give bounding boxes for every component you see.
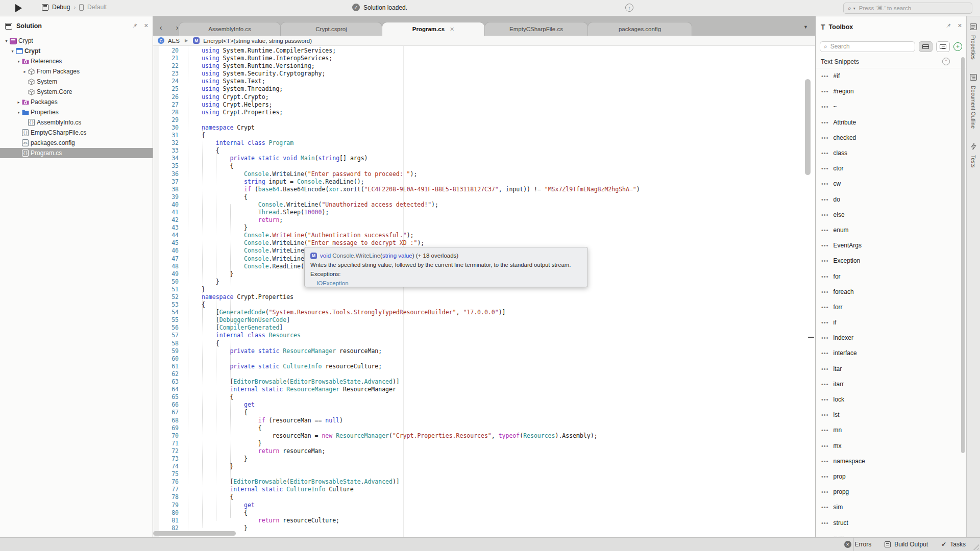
tree-item-from-packages[interactable]: ▸From Packages [0, 66, 153, 77]
tree-item-crypt[interactable]: ▾Crypt [0, 46, 153, 56]
code-line[interactable]: 60 [153, 355, 815, 363]
chevron-right-icon[interactable]: ▸ [21, 69, 28, 74]
code-line[interactable]: 70 resourceMan = new ResourceManager("Cr… [153, 432, 815, 440]
close-icon[interactable]: ✕ [144, 22, 149, 29]
resize-grip[interactable] [972, 543, 979, 550]
tree-item-system[interactable]: System [0, 77, 153, 87]
code-line[interactable]: 38 if (base64.Base64Encode(xor.xorIt("EC… [153, 186, 815, 193]
code-line[interactable]: 26using Crypt.Crypto; [153, 93, 815, 101]
code-line[interactable]: 56 [CompilerGenerated] [153, 324, 815, 332]
feedback-icon[interactable]: ↑ [625, 4, 633, 12]
snippet-item-enum[interactable]: •••enum [816, 222, 966, 238]
code-line[interactable]: 37 string input = Console.ReadLine(); [153, 178, 815, 186]
code-line[interactable]: 75 [153, 470, 815, 478]
snippet-item-lst[interactable]: •••lst [816, 407, 966, 422]
code-line[interactable]: 73 } [153, 455, 815, 463]
pin-icon[interactable]: 📌︎ [946, 22, 951, 29]
code-line[interactable]: 76 [EditorBrowsable(EditorBrowsableState… [153, 478, 815, 486]
splitter-handle[interactable] [808, 337, 814, 338]
list-view-button[interactable] [919, 41, 933, 52]
code-line[interactable]: 67 { [153, 409, 815, 416]
snippet-item-itarr[interactable]: •••itarr [816, 377, 966, 392]
breadcrumb-member[interactable]: Encrypt<T>(string value, string password… [203, 38, 312, 44]
tree-item-system-core[interactable]: System.Core [0, 87, 153, 97]
snippet-item-indexer[interactable]: •••indexer [816, 330, 966, 345]
add-snippet-button[interactable]: + [953, 42, 962, 51]
tab-assemblyinfo-cs[interactable]: AssemblyInfo.cs [179, 22, 281, 36]
code-line[interactable]: 81 return resourceCulture; [153, 517, 815, 524]
code-line[interactable]: 74 } [153, 463, 815, 470]
code-line[interactable]: 42 return; [153, 216, 815, 224]
code-line[interactable]: 45 Console.WriteLine("Enter message to d… [153, 239, 815, 247]
snippet-item-itar[interactable]: •••itar [816, 361, 966, 377]
snippet-item-eventargs[interactable]: •••EventArgs [816, 238, 966, 253]
snippet-item-ctor[interactable]: •••ctor [816, 161, 966, 176]
chevron-down-icon[interactable]: ▾ [15, 59, 22, 64]
tab-program-cs[interactable]: Program.cs✕ [382, 22, 485, 36]
build-output-pad-button[interactable]: Build Output [885, 541, 928, 548]
snippet-item-if[interactable]: •••if [816, 315, 966, 330]
tree-item-properties[interactable]: ▾Properties [0, 107, 153, 117]
chevron-down-icon[interactable]: ▾ [3, 39, 10, 43]
tab-crypt-csproj[interactable]: Crypt.csproj [280, 22, 382, 36]
snippet-item-forr[interactable]: •••forr [816, 299, 966, 315]
tab-emptycsharpfile-cs[interactable]: EmptyCSharpFile.cs [484, 22, 588, 36]
editor-horizontal-scrollbar[interactable] [153, 531, 236, 536]
code-line[interactable]: 64 internal static ResourceManager Resou… [153, 386, 815, 393]
snippet-item-propg[interactable]: •••propg [816, 484, 966, 499]
toolbox-scrollbar[interactable] [961, 57, 965, 453]
code-line[interactable]: 25using System.Threading; [153, 85, 815, 93]
snippet-item-cw[interactable]: •••cw [816, 176, 966, 191]
snippet-item-exception[interactable]: •••Exception [816, 253, 966, 268]
close-icon[interactable]: ✕ [958, 22, 962, 29]
code-line[interactable]: 43 } [153, 224, 815, 232]
tasks-pad-button[interactable]: ✓ Tasks [941, 541, 966, 548]
code-line[interactable]: 80 { [153, 509, 815, 517]
tree-item-program-cs[interactable]: {}Program.cs [0, 148, 153, 158]
tab-packages-config[interactable]: packages.config [587, 22, 692, 36]
nav-back-button[interactable]: ‹ [156, 23, 165, 32]
snippet-item-checked[interactable]: •••checked [816, 130, 966, 145]
code-line[interactable]: 44 Console.WriteLine("Authentication suc… [153, 232, 815, 239]
code-editor[interactable]: 20using System.Runtime.CompilerServices;… [153, 46, 815, 537]
code-line[interactable]: 55 [DebuggerNonUserCode] [153, 316, 815, 324]
snippet-item-else[interactable]: •••else [816, 207, 966, 222]
chevron-right-icon[interactable]: ▸ [15, 100, 22, 105]
code-line[interactable]: 54 [GeneratedCode("System.Resources.Tool… [153, 309, 815, 316]
code-line[interactable]: 40 Console.WriteLine("Unauthorized acces… [153, 201, 815, 209]
snippet-item-svm[interactable]: •••svm [816, 531, 966, 537]
snippet-item-mx[interactable]: •••mx [816, 438, 966, 454]
code-line[interactable]: 57 internal class Resources [153, 332, 815, 339]
code-line[interactable]: 78 { [153, 493, 815, 501]
tree-item-crypt[interactable]: ▾Crypt [0, 36, 153, 46]
snippet-item-namespace[interactable]: •••namespace [816, 454, 966, 469]
snippet-item-interface[interactable]: •••interface [816, 345, 966, 361]
breadcrumb-class[interactable]: AES [168, 38, 180, 44]
code-line[interactable]: 58 { [153, 340, 815, 347]
snippet-item-class[interactable]: •••class [816, 145, 966, 161]
code-line[interactable]: 62 [153, 370, 815, 378]
code-line[interactable]: 82 } [153, 524, 815, 532]
dock-tab-tests[interactable]: Tests [970, 143, 976, 168]
code-line[interactable]: 28using Crypt.Properties; [153, 109, 815, 116]
tab-close-icon[interactable]: ✕ [450, 26, 454, 33]
tree-item-references[interactable]: ▾References [0, 56, 153, 66]
snippet-item-do[interactable]: •••do [816, 192, 966, 207]
code-line[interactable]: 63 [EditorBrowsable(EditorBrowsableState… [153, 378, 815, 386]
code-line[interactable]: 29 [153, 116, 815, 124]
snippet-item-mn[interactable]: •••mn [816, 422, 966, 438]
tree-item-packages-config[interactable]: <>packages.config [0, 138, 153, 148]
snippet-item-prop[interactable]: •••prop [816, 469, 966, 484]
code-line[interactable]: 24using System.Text; [153, 78, 815, 85]
tooltip-exception-link[interactable]: IOException [310, 279, 582, 288]
code-line[interactable]: 32 internal class Program [153, 139, 815, 147]
snippet-item-lock[interactable]: •••lock [816, 392, 966, 407]
errors-pad-button[interactable]: ✕ Errors [844, 541, 872, 548]
code-line[interactable]: 31{ [153, 132, 815, 139]
code-line[interactable]: 20using System.Runtime.CompilerServices; [153, 47, 815, 55]
code-line[interactable]: 79 get [153, 502, 815, 509]
tab-overflow-button[interactable]: ▼ [803, 24, 808, 30]
tree-item-packages[interactable]: ▸Packages [0, 97, 153, 107]
snippet-item-for[interactable]: •••for [816, 268, 966, 284]
code-line[interactable]: 52namespace Crypt.Properties [153, 293, 815, 301]
